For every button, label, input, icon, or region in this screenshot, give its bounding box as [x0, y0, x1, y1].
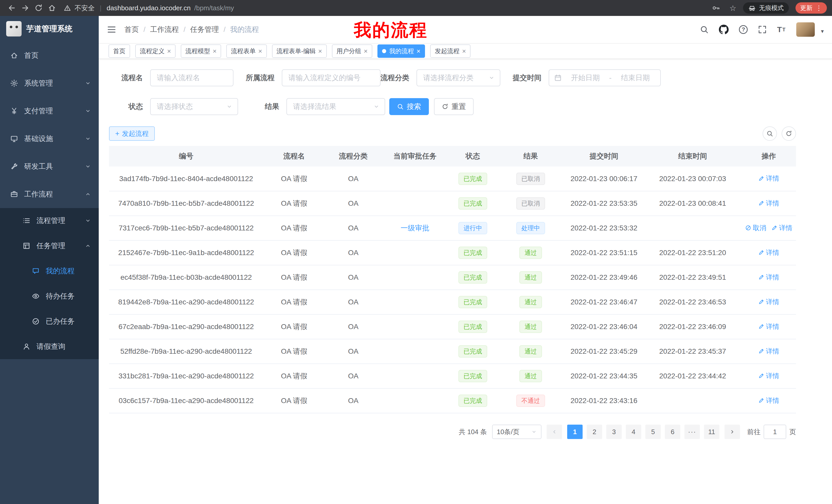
page-button-3[interactable]: 3 [606, 425, 622, 439]
gear-icon [10, 79, 19, 87]
tab-home[interactable]: 首页 [108, 45, 130, 58]
actions-cell: 详情 [742, 364, 796, 388]
search-icon[interactable] [700, 25, 709, 34]
home-icon[interactable] [45, 1, 59, 15]
process-name-cell: OA 请假 [263, 191, 325, 216]
sidebar-item-todo-tasks[interactable]: 待办任务 [0, 284, 99, 309]
table-row: 3ad174fb-7b9d-11ec-8404-acde48001122OA 请… [109, 166, 796, 191]
sidebar-toggle-icon[interactable] [107, 25, 116, 34]
close-icon[interactable]: × [213, 48, 216, 54]
current-task-link[interactable]: 一级审批 [400, 224, 430, 232]
prev-page-button[interactable] [547, 425, 562, 439]
tab-process-model[interactable]: 流程模型× [181, 45, 221, 58]
breadcrumb-item[interactable]: 首页 [125, 25, 139, 34]
detail-link[interactable]: 详情 [758, 273, 779, 282]
column-header: 操作 [742, 146, 796, 166]
chevron-down-icon[interactable]: ▾ [821, 28, 824, 37]
detail-link[interactable]: 详情 [758, 199, 779, 208]
close-icon[interactable]: × [167, 48, 171, 54]
sidebar-item-my-process[interactable]: 我的流程 [0, 258, 99, 284]
detail-link[interactable]: 详情 [758, 396, 779, 405]
page-size-select[interactable]: 10条/页 [492, 425, 542, 439]
category-select[interactable]: 请选择流程分类 [417, 69, 500, 86]
reload-icon[interactable] [32, 1, 45, 15]
close-icon[interactable]: × [364, 48, 368, 54]
refresh-table-button[interactable] [782, 127, 796, 141]
category-cell: OA [325, 191, 382, 216]
tab-user-group[interactable]: 用户分组× [332, 45, 372, 58]
sidebar-item-task-mgmt[interactable]: 任务管理 [0, 233, 99, 258]
detail-link[interactable]: 详情 [758, 248, 779, 257]
search-button[interactable]: 搜索 [389, 98, 429, 115]
page-button-1[interactable]: 1 [567, 425, 582, 439]
page-button-5[interactable]: 5 [645, 425, 661, 439]
font-size-icon[interactable]: TT [777, 25, 786, 34]
detail-link[interactable]: 详情 [758, 174, 779, 183]
browser-menu-icon[interactable]: ⋮ [815, 4, 822, 12]
status-select[interactable]: 请选择状态 [150, 98, 238, 115]
page-button-4[interactable]: 4 [626, 425, 641, 439]
sidebar-item-workflow[interactable]: 工作流程 [0, 180, 99, 208]
breadcrumb-item[interactable]: 工作流程 [150, 25, 179, 34]
process-name-input[interactable] [150, 69, 233, 86]
sidebar-item-home[interactable]: 首页 [0, 41, 99, 69]
page-button-2[interactable]: 2 [587, 425, 602, 439]
incognito-label: 无痕模式 [759, 4, 784, 12]
fullscreen-icon[interactable] [758, 25, 767, 34]
help-icon[interactable]: ? [739, 25, 748, 34]
sidebar-item-infrastructure[interactable]: 基础设施 [0, 125, 99, 152]
start-process-button[interactable]: + 发起流程 [109, 127, 155, 141]
sidebar-item-process-mgmt[interactable]: 流程管理 [0, 208, 99, 233]
result-cell: 通过 [497, 241, 564, 265]
page-size-value: 10条/页 [497, 427, 519, 437]
tab-my-process[interactable]: 我的流程× [378, 45, 425, 58]
page-button-11[interactable]: 11 [704, 425, 719, 439]
bookmark-star-icon[interactable]: ☆ [729, 4, 736, 12]
page-button-6[interactable]: 6 [665, 425, 680, 439]
date-start-placeholder: 开始日期 [566, 73, 605, 83]
submit-time-range-picker[interactable]: 开始日期 - 结束日期 [549, 69, 661, 86]
goto-page-input[interactable] [763, 425, 786, 439]
app-logo[interactable]: 芋道管理系统 [0, 16, 99, 41]
forward-icon[interactable] [19, 1, 32, 15]
owner-process-input[interactable] [282, 69, 381, 86]
tab-start-process[interactable]: 发起流程× [430, 45, 470, 58]
tab-process-form-edit[interactable]: 流程表单-编辑× [272, 45, 327, 58]
sidebar-item-done-tasks[interactable]: 已办任务 [0, 309, 99, 334]
sidebar-item-payment[interactable]: 支付管理 [0, 97, 99, 125]
breadcrumb-item[interactable]: 任务管理 [190, 25, 219, 34]
result-cell: 处理中 [497, 216, 564, 241]
tab-process-form[interactable]: 流程表单× [226, 45, 267, 58]
detail-link[interactable]: 详情 [758, 298, 779, 306]
show-search-button[interactable] [762, 127, 777, 141]
close-icon[interactable]: × [417, 48, 420, 54]
tab-process-def[interactable]: 流程定义× [135, 45, 176, 58]
sidebar-item-system[interactable]: 系统管理 [0, 69, 99, 97]
next-page-button[interactable] [725, 425, 740, 439]
detail-link[interactable]: 详情 [758, 371, 779, 381]
detail-link[interactable]: 详情 [758, 347, 779, 356]
avatar[interactable] [796, 22, 815, 37]
close-icon[interactable]: × [318, 48, 322, 54]
address-bar[interactable]: 不安全 | dashboard.yudao.iocoder.cn/bpm/tas… [64, 4, 234, 12]
sidebar-item-devtools[interactable]: 研发工具 [0, 152, 99, 180]
tabs-bar: 首页流程定义×流程模型×流程表单×流程表单-编辑×用户分组×我的流程×发起流程× [99, 44, 832, 59]
url-domain: dashboard.yudao.iocoder.cn [107, 4, 191, 12]
status-cell: 已完成 [448, 166, 497, 191]
detail-link[interactable]: 详情 [758, 322, 779, 331]
back-icon[interactable] [5, 1, 19, 15]
pager-more-icon[interactable]: ··· [684, 425, 700, 439]
close-icon[interactable]: × [258, 48, 262, 54]
github-icon[interactable] [719, 25, 729, 34]
cancel-link[interactable]: 取消 [745, 223, 766, 232]
search-icon [766, 130, 773, 137]
key-icon[interactable] [709, 1, 723, 15]
reset-button[interactable]: 重置 [434, 98, 474, 115]
detail-link[interactable]: 详情 [771, 223, 792, 232]
result-placeholder: 请选择流结果 [293, 102, 336, 111]
result-select[interactable]: 请选择流结果 [286, 98, 385, 115]
close-icon[interactable]: × [462, 48, 466, 54]
update-button[interactable]: 更新 ⋮ [796, 2, 827, 13]
sidebar-item-leave-query[interactable]: 请假查询 [0, 334, 99, 359]
monitor-icon [10, 135, 19, 143]
